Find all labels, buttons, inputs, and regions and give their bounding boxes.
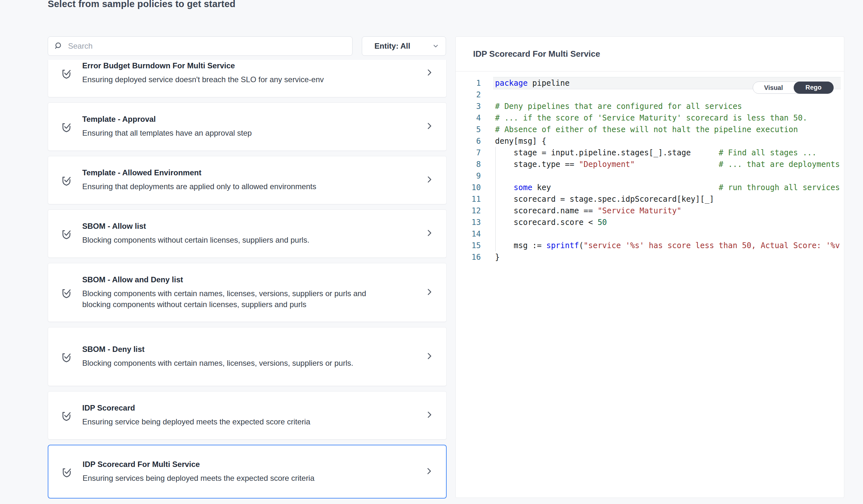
policy-card[interactable]: IDP ScorecardEnsuring service being depl… bbox=[48, 391, 447, 440]
search-icon bbox=[54, 41, 63, 51]
line-number: 12 bbox=[456, 205, 481, 217]
code-line: 3# Deny pipelines that are configured fo… bbox=[456, 101, 841, 112]
entity-filter-dropdown[interactable]: Entity: All bbox=[362, 36, 446, 56]
policy-title: IDP Scorecard bbox=[82, 403, 310, 413]
code-line: 16} bbox=[456, 251, 841, 263]
line-number: 6 bbox=[456, 135, 481, 147]
policy-card[interactable]: SBOM - Deny listBlocking components with… bbox=[48, 327, 447, 386]
policy-description: Ensuring services being deployed meets t… bbox=[83, 473, 314, 484]
policy-text: IDP Scorecard For Multi ServiceEnsuring … bbox=[83, 460, 314, 484]
visual-rego-toggle[interactable]: Visual Rego bbox=[753, 81, 833, 94]
code-line-content: scorecard.score < 50 bbox=[493, 217, 841, 228]
policy-text: SBOM - Allow listBlocking components wit… bbox=[82, 222, 309, 246]
search-input[interactable] bbox=[67, 41, 348, 51]
code-line-content bbox=[493, 228, 841, 240]
policy-detail-panel: IDP Scorecard For Multi Service Visual R… bbox=[455, 36, 844, 498]
code-line-content: stage = input.pipeline.stages[_].stage #… bbox=[493, 147, 841, 158]
policy-card[interactable]: Template - ApprovalEnsuring that all tem… bbox=[48, 102, 447, 151]
code-line: 4# ... if the score of 'Service Maturity… bbox=[456, 112, 841, 124]
code-line: 5# Absence of either of these will not h… bbox=[456, 124, 841, 135]
line-number: 16 bbox=[456, 251, 481, 263]
line-number: 7 bbox=[456, 147, 481, 158]
policy-text: SBOM - Allow and Deny listBlocking compo… bbox=[82, 275, 373, 310]
line-number: 4 bbox=[456, 112, 481, 124]
policy-card[interactable]: Error Budget Burndown For Multi ServiceE… bbox=[48, 60, 447, 97]
policy-title: Template - Allowed Environment bbox=[82, 168, 316, 177]
line-number: 8 bbox=[456, 158, 481, 170]
policy-title: IDP Scorecard For Multi Service bbox=[83, 460, 314, 469]
line-number: 11 bbox=[456, 193, 481, 205]
tab-rego[interactable]: Rego bbox=[794, 81, 834, 94]
policy-description: Ensuring service being deployed meets th… bbox=[82, 416, 310, 427]
code-line: 12 scorecard.name == "Service Maturity" bbox=[456, 205, 841, 217]
code-line: 9 bbox=[456, 170, 841, 182]
chevron-right-icon bbox=[425, 466, 433, 477]
policy-description: Blocking components with certain names, … bbox=[82, 358, 353, 369]
code-line-content: some key # run through all services bbox=[493, 182, 841, 193]
shield-check-icon bbox=[60, 285, 73, 300]
code-line-content: scorecard.name == "Service Maturity" bbox=[493, 205, 841, 217]
line-number: 9 bbox=[456, 170, 481, 182]
code-line: 11 scorecard = stage.spec.idpScorecard[k… bbox=[456, 193, 841, 205]
policy-title: Template - Approval bbox=[82, 115, 252, 124]
shield-check-icon bbox=[60, 173, 73, 187]
code-line: 6deny[msg] { bbox=[456, 135, 841, 147]
policy-text: SBOM - Deny listBlocking components with… bbox=[82, 345, 353, 369]
line-number: 3 bbox=[456, 101, 481, 112]
line-number: 10 bbox=[456, 182, 481, 193]
policy-text: Error Budget Burndown For Multi ServiceE… bbox=[82, 61, 324, 85]
line-number: 13 bbox=[456, 217, 481, 228]
code-line-content: # ... if the score of 'Service Maturity'… bbox=[493, 112, 841, 124]
code-line: 14 bbox=[456, 228, 841, 240]
policy-text: IDP ScorecardEnsuring service being depl… bbox=[82, 403, 310, 427]
policy-list: Error Budget Burndown For Multi ServiceE… bbox=[48, 60, 447, 499]
line-number: 1 bbox=[456, 77, 481, 89]
shield-check-icon bbox=[60, 350, 73, 364]
code-line-content: deny[msg] { bbox=[493, 135, 841, 147]
policy-description: Ensuring that deployments are applied on… bbox=[82, 181, 316, 192]
code-line: 15 msg := sprintf("service '%s' has scor… bbox=[456, 240, 841, 251]
policy-text: Template - Allowed EnvironmentEnsuring t… bbox=[82, 168, 316, 192]
code-line-content: msg := sprintf("service '%s' has score l… bbox=[493, 240, 841, 251]
policy-title: Error Budget Burndown For Multi Service bbox=[82, 61, 324, 70]
policy-card[interactable]: Template - Allowed EnvironmentEnsuring t… bbox=[48, 156, 447, 204]
policy-description: Ensuring deployed service doesn't breach… bbox=[82, 74, 324, 85]
code-editor[interactable]: 1package pipeline23# Deny pipelines that… bbox=[456, 72, 844, 263]
detail-header: IDP Scorecard For Multi Service bbox=[456, 37, 844, 72]
code-line-content: # Absence of either of these will not ha… bbox=[493, 124, 841, 135]
chevron-right-icon bbox=[425, 121, 434, 132]
policy-title: SBOM - Allow and Deny list bbox=[82, 275, 373, 284]
line-number: 15 bbox=[456, 240, 481, 251]
line-number: 5 bbox=[456, 124, 481, 135]
policy-card[interactable]: SBOM - Allow listBlocking components wit… bbox=[48, 209, 447, 258]
code-line-content: } bbox=[493, 251, 841, 263]
policy-description: Ensuring that all templates have an appr… bbox=[82, 128, 252, 139]
shield-check-icon bbox=[61, 465, 73, 479]
chevron-right-icon bbox=[425, 410, 434, 421]
chevron-right-icon bbox=[425, 228, 434, 239]
code-line: 8 stage.type == "Deployment" # ... that … bbox=[456, 158, 841, 170]
policy-title: SBOM - Deny list bbox=[82, 345, 353, 354]
detail-title: IDP Scorecard For Multi Service bbox=[473, 49, 600, 59]
chevron-down-icon bbox=[432, 42, 439, 50]
chevron-right-icon bbox=[425, 351, 434, 362]
policy-card[interactable]: IDP Scorecard For Multi ServiceEnsuring … bbox=[48, 445, 447, 499]
page-title: Select from sample policies to get start… bbox=[48, 0, 235, 9]
tab-visual[interactable]: Visual bbox=[753, 82, 794, 93]
policy-text: Template - ApprovalEnsuring that all tem… bbox=[82, 115, 252, 139]
shield-check-icon bbox=[60, 408, 73, 423]
code-line: 10 some key # run through all services bbox=[456, 182, 841, 193]
code-line: 13 scorecard.score < 50 bbox=[456, 217, 841, 228]
shield-check-icon bbox=[60, 227, 73, 241]
entity-filter-label: Entity: All bbox=[374, 41, 410, 51]
search-box[interactable] bbox=[48, 36, 352, 56]
line-number: 14 bbox=[456, 228, 481, 240]
line-number: 2 bbox=[456, 89, 481, 101]
policy-card[interactable]: SBOM - Allow and Deny listBlocking compo… bbox=[48, 263, 447, 322]
chevron-right-icon bbox=[425, 287, 434, 298]
code-line-content bbox=[493, 170, 841, 182]
policy-title: SBOM - Allow list bbox=[82, 222, 309, 231]
chevron-right-icon bbox=[425, 175, 434, 185]
code-line-content: # Deny pipelines that are configured for… bbox=[493, 101, 841, 112]
code-line: 7 stage = input.pipeline.stages[_].stage… bbox=[456, 147, 841, 158]
